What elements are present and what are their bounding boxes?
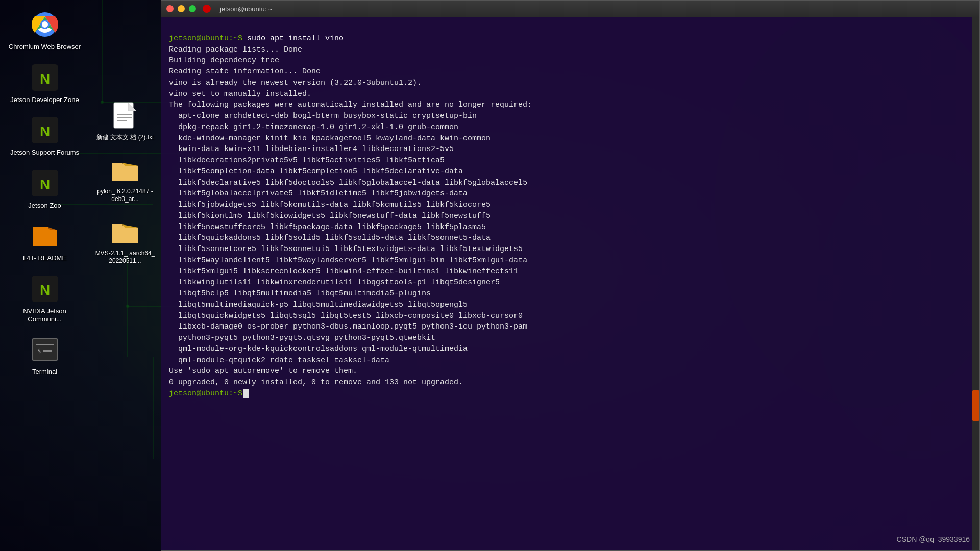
- desktop: Chromium Web Browser N Jetson Developer …: [0, 0, 980, 551]
- jetson-support-label: Jetson Support Forums: [10, 148, 79, 157]
- maximize-button[interactable]: [189, 5, 196, 12]
- sidebar-item-jetson-zoo[interactable]: N Jetson Zoo: [4, 164, 86, 213]
- pylon-label: pylon_ 6.2.0.21487 -deb0_ar...: [94, 188, 156, 203]
- terminal-output: jetson@ubuntu:~$ sudo apt install vino R…: [169, 22, 972, 410]
- prompt-end: jetson@ubuntu:~$: [169, 389, 242, 398]
- terminal-scrollbar[interactable]: [972, 17, 979, 550]
- new-text-file-icon: [109, 99, 141, 132]
- svg-text:N: N: [39, 177, 50, 192]
- desktop-icon-new-text[interactable]: 新建 文本文 档 (2).txt: [92, 97, 158, 143]
- svg-text:N: N: [39, 123, 50, 139]
- svg-text:N: N: [39, 282, 50, 298]
- pylon-icon: [109, 154, 141, 186]
- nvidia-community-label: NVIDIA Jetson Communi...: [7, 307, 83, 323]
- minimize-button[interactable]: [178, 5, 185, 12]
- sidebar-item-jetson-dev[interactable]: N Jetson Developer Zone: [4, 58, 86, 107]
- terminal-icon: $: [29, 333, 61, 366]
- nvidia-community-icon: N: [29, 272, 61, 305]
- terminal-title: jetson@ubuntu: ~: [220, 5, 272, 13]
- jetson-zoo-icon: N: [29, 167, 61, 199]
- mvs-label: MVS-2.1.1_ aarch64_ 20220511...: [94, 249, 156, 264]
- jetson-zoo-label: Jetson Zoo: [28, 202, 61, 210]
- watermark: CSDN @qq_39933916: [897, 535, 970, 543]
- l4t-label: L4T- README: [23, 254, 66, 262]
- new-text-file-label: 新建 文本文 档 (2).txt: [96, 134, 154, 141]
- terminal-body[interactable]: jetson@ubuntu:~$ sudo apt install vino R…: [161, 17, 979, 550]
- prompt-1: jetson@ubuntu:~$: [169, 34, 242, 43]
- terminal-label: Terminal: [32, 368, 57, 376]
- desktop-icon-mvs[interactable]: MVS-2.1.1_ aarch64_ 20220511...: [92, 213, 158, 267]
- l4t-icon: [29, 219, 61, 252]
- sidebar: Chromium Web Browser N Jetson Developer …: [0, 0, 89, 551]
- scrollbar-thumb[interactable]: [972, 390, 979, 421]
- terminal-titlebar: jetson@ubuntu: ~: [161, 1, 979, 17]
- sidebar-item-nvidia-community[interactable]: N NVIDIA Jetson Communi...: [4, 269, 86, 326]
- sidebar-item-chromium[interactable]: Chromium Web Browser: [4, 5, 86, 54]
- desktop-icon-pylon[interactable]: pylon_ 6.2.0.21487 -deb0_ar...: [92, 151, 158, 205]
- svg-text:N: N: [39, 71, 50, 87]
- command-1: sudo apt install vino: [242, 34, 344, 43]
- jetson-dev-icon: N: [29, 61, 61, 94]
- mvs-icon: [109, 215, 141, 248]
- record-indicator: [203, 5, 211, 13]
- sidebar-item-jetson-support[interactable]: N Jetson Support Forums: [4, 111, 86, 160]
- output-1: Reading package lists... Done Building d…: [169, 45, 532, 387]
- cursor: [243, 389, 249, 398]
- svg-point-20: [42, 21, 48, 28]
- chromium-icon: [29, 8, 61, 41]
- sidebar-item-terminal[interactable]: $ Terminal: [4, 330, 86, 379]
- desktop-icons-area: 新建 文本文 档 (2).txt pylon_ 6.2.0.21487 -deb…: [89, 0, 161, 551]
- jetson-support-icon: N: [29, 114, 61, 146]
- terminal-window: jetson@ubuntu: ~ jetson@ubuntu:~$ sudo a…: [161, 0, 980, 551]
- sidebar-item-l4t[interactable]: L4T- README: [4, 216, 86, 265]
- jetson-dev-label: Jetson Developer Zone: [10, 96, 79, 104]
- close-button[interactable]: [166, 5, 174, 12]
- chromium-label: Chromium Web Browser: [9, 43, 81, 51]
